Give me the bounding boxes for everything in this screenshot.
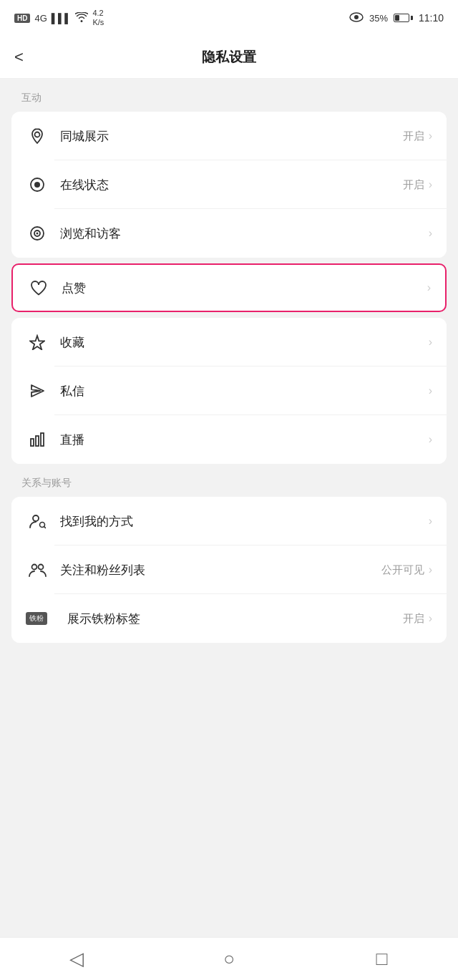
menu-text-browse: 浏览和访客: [60, 225, 424, 242]
ironfan-badge-icon: 铁粉: [26, 612, 57, 625]
star-icon: [26, 334, 49, 350]
like-heart-icon: [27, 280, 50, 296]
header: < 隐私设置: [0, 36, 458, 79]
person-search-icon: [26, 513, 49, 529]
network-speed: 4.2 K/s: [92, 9, 104, 27]
menu-text-tongcheng: 同城展示: [60, 128, 403, 145]
menu-text-followfans: 关注和粉丝列表: [60, 562, 381, 578]
chevron-icon-online: ›: [429, 178, 432, 191]
browse-icon: [26, 225, 49, 241]
menu-item-collect[interactable]: 收藏 ›: [11, 318, 447, 367]
nav-recent-button[interactable]: □: [360, 945, 403, 974]
svg-rect-9: [36, 436, 39, 446]
menu-item-online[interactable]: 在线状态 开启 ›: [11, 160, 447, 209]
menu-item-followfans[interactable]: 关注和粉丝列表 公开可见 ›: [11, 545, 447, 594]
svg-point-14: [39, 565, 44, 570]
chevron-icon-collect: ›: [429, 336, 432, 349]
menu-item-tongcheng[interactable]: 同城展示 开启 ›: [11, 112, 447, 160]
chevron-icon-followfans: ›: [429, 563, 432, 576]
svg-point-1: [354, 15, 359, 19]
menu-value-ironfan: 开启: [403, 612, 424, 626]
svg-rect-10: [41, 433, 44, 446]
menu-value-followfans: 公开可见: [381, 563, 424, 577]
menu-value-online: 开启: [403, 178, 424, 192]
menu-text-like: 点赞: [62, 280, 423, 296]
chevron-icon-live: ›: [429, 433, 432, 446]
menu-text-message: 私信: [60, 383, 424, 399]
menu-text-ironfan: 展示铁粉标签: [67, 611, 403, 627]
chevron-icon-findme: ›: [429, 515, 432, 528]
signal-bars-icon: ▌▌▌: [52, 13, 72, 24]
menu-item-like-highlighted[interactable]: 点赞 ›: [11, 263, 447, 312]
menu-text-online: 在线状态: [60, 177, 403, 193]
iron-fan-label: 铁粉: [26, 612, 47, 625]
chevron-icon-tongcheng: ›: [429, 130, 432, 142]
eye-icon: [349, 12, 364, 24]
menu-text-collect: 收藏: [60, 334, 424, 351]
nav-back-button[interactable]: ◁: [55, 945, 98, 974]
location-icon: [26, 128, 49, 144]
menu-item-live[interactable]: 直播 ›: [11, 415, 447, 464]
bar-chart-icon: [26, 432, 49, 447]
chevron-icon-ironfan: ›: [429, 612, 432, 625]
persons-icon: [26, 562, 49, 578]
svg-rect-8: [31, 439, 34, 446]
page-content: 互动 同城展示 开启 › 在线状态 开启: [0, 79, 458, 700]
menu-text-findme: 找到我的方式: [60, 513, 424, 530]
menu-value-tongcheng: 开启: [403, 130, 424, 143]
svg-point-13: [32, 565, 37, 570]
svg-point-11: [33, 515, 39, 521]
svg-point-7: [36, 233, 39, 235]
battery-percent: 35%: [369, 13, 388, 24]
spacer-before-like: [0, 258, 458, 263]
menu-item-browse[interactable]: 浏览和访客 ›: [11, 209, 447, 258]
send-icon: [26, 383, 49, 399]
bottom-nav: ◁ ○ □: [0, 937, 458, 980]
back-button[interactable]: <: [14, 48, 24, 67]
battery-icon: [394, 14, 413, 22]
menu-item-findme[interactable]: 找到我的方式 ›: [11, 497, 447, 545]
status-bar: HD 4G ▌▌▌ 4.2 K/s 35% 11:10: [0, 0, 458, 36]
chevron-icon-like: ›: [427, 281, 431, 294]
menu-item-ironfan[interactable]: 铁粉 展示铁粉标签 开启 ›: [11, 594, 447, 643]
svg-point-2: [35, 132, 40, 137]
online-icon: [26, 177, 49, 193]
relation-card: 找到我的方式 › 关注和粉丝列表 公开可见 › 铁粉 展示铁粉标签: [11, 497, 447, 643]
page-title: 隐私设置: [202, 48, 256, 67]
section-label-interaction: 互动: [0, 79, 458, 112]
hd-badge: HD: [14, 14, 30, 23]
chevron-icon-browse: ›: [429, 227, 432, 240]
nav-home-button[interactable]: ○: [208, 945, 250, 974]
spacer-after-like: [0, 312, 458, 318]
status-right: 35% 11:10: [349, 12, 444, 24]
status-left: HD 4G ▌▌▌ 4.2 K/s: [14, 9, 104, 27]
svg-point-4: [34, 182, 40, 188]
chevron-icon-message: ›: [429, 384, 432, 397]
menu-text-live: 直播: [60, 432, 424, 448]
menu-item-message[interactable]: 私信 ›: [11, 367, 447, 415]
section-label-relation: 关系与账号: [0, 464, 458, 497]
time-display: 11:10: [419, 12, 444, 24]
interaction-card-top: 同城展示 开启 › 在线状态 开启 ›: [11, 112, 447, 258]
signal-text: 4G: [34, 13, 47, 24]
wifi-icon: [75, 12, 88, 24]
interaction-card-bottom: 收藏 › 私信 › 直播: [11, 318, 447, 464]
